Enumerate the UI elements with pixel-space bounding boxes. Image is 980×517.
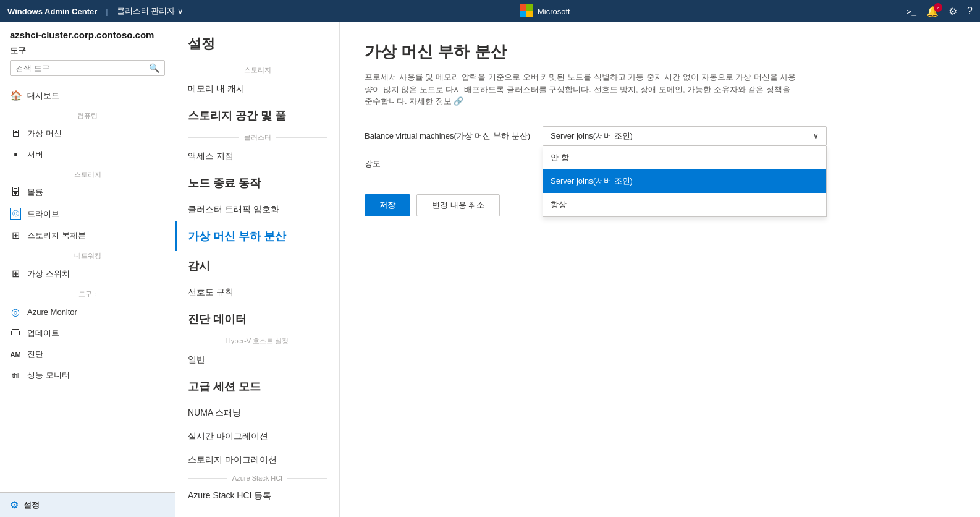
settings-label: 설정 — [23, 500, 40, 511]
settings-numa[interactable]: NUMA 스패닝 — [175, 401, 339, 425]
sidebar-item-label: 업데이트 — [27, 328, 59, 339]
drives-icon: ⓪ — [10, 208, 21, 220]
vm-icon: 🖥 — [10, 128, 21, 139]
sidebar-item-dashboard[interactable]: 🏠 대시보드 — [0, 85, 175, 106]
sidebar-item-vswitch[interactable]: ⊞ 가상 스위치 — [0, 263, 175, 284]
sidebar-item-label: 드라이브 — [27, 208, 59, 220]
chevron-down-icon: ∨ — [177, 7, 184, 16]
settings-memory-cache[interactable]: 메모리 내 캐시 — [175, 77, 339, 101]
perf-monitor-icon: thi — [10, 372, 21, 379]
notifications-icon[interactable]: 🔔 2 — [926, 6, 939, 17]
sidebar-item-label: 볼륨 — [27, 187, 43, 198]
sidebar-item-vm[interactable]: 🖥 가상 머신 — [0, 123, 175, 144]
app-title: Windows Admin Center — [7, 7, 97, 16]
sidebar-item-label: 진단 — [27, 349, 43, 360]
settings-storage-spaces[interactable]: 스토리지 공간 및 풀 — [175, 101, 339, 130]
strength-label: 강도 — [365, 158, 501, 169]
sidebar-item-perf-monitor[interactable]: thi 성능 모니터 — [0, 365, 175, 386]
balance-selected-value: Server joins(서버 조인) — [551, 130, 633, 142]
server-icon: ▪ — [10, 149, 21, 160]
settings-node-shutdown[interactable]: 노드 종료 동작 — [175, 168, 339, 198]
help-icon[interactable]: ? — [967, 6, 973, 17]
sidebar-item-label: 가상 스위치 — [27, 268, 70, 280]
sidebar-item-volumes[interactable]: 🗄 볼륨 — [0, 182, 175, 203]
section-cluster-divider: 클러스터 — [175, 130, 339, 145]
sidebar-item-label: 대시보드 — [27, 90, 59, 101]
cluster-name: azshci-cluster.corp.contoso.com — [10, 30, 165, 40]
vswitch-icon: ⊞ — [10, 268, 21, 280]
sidebar-item-diagnostics[interactable]: AM 진단 — [0, 344, 175, 365]
search-input[interactable] — [15, 64, 145, 73]
topbar-center: Microsoft — [188, 4, 902, 18]
sidebar-item-azure-monitor[interactable]: ◎ Azure Monitor — [0, 301, 175, 323]
balance-dropdown-container: Server joins(서버 조인) ∨ 안 함 Server joins(서… — [543, 126, 827, 146]
settings-general[interactable]: 일반 — [175, 348, 339, 372]
sidebar-settings-bottom[interactable]: ⚙ 설정 — [0, 492, 175, 517]
settings-cluster-traffic[interactable]: 클러스터 트래픽 암호화 — [175, 198, 339, 221]
topbar-icons: >_ 🔔 2 ⚙ ? — [906, 6, 973, 17]
microsoft-logo — [520, 4, 534, 18]
microsoft-label: Microsoft — [538, 7, 570, 16]
section-azure-divider: Azure Stack HCI — [175, 472, 339, 484]
sidebar-item-storage-replica[interactable]: ⊞ 스토리지 복제본 — [0, 224, 175, 246]
settings-panel: 설정 스토리지 메모리 내 캐시 스토리지 공간 및 풀 클러스터 액세스 지점… — [175, 22, 340, 517]
sidebar-item-label: 서버 — [27, 149, 43, 160]
chevron-down-icon: ∨ — [813, 132, 819, 140]
settings-monitoring[interactable]: 감시 — [175, 251, 339, 281]
sidebar: azshci-cluster.corp.contoso.com 도구 🔍 🏠 대… — [0, 22, 175, 517]
settings-title: 설정 — [175, 22, 339, 63]
sidebar-item-server[interactable]: ▪ 서버 — [0, 144, 175, 165]
sidebar-item-label: Azure Monitor — [27, 307, 77, 317]
nav-group-storage: 스토리지 — [0, 165, 175, 182]
dropdown-option-server-joins[interactable]: Server joins(서버 조인) — [543, 169, 826, 193]
settings-enhanced-session[interactable]: 고급 세션 모드 — [175, 372, 339, 401]
dropdown-option-none[interactable]: 안 함 — [543, 146, 826, 169]
nav-group-tools: 도구 : — [0, 284, 175, 301]
more-info-link[interactable]: 🔗 — [454, 96, 463, 106]
settings-live-migration[interactable]: 실시간 마이그레이션 — [175, 425, 339, 448]
balance-form-row: Balance virtual machines(가상 머신 부하 분산) Se… — [365, 126, 955, 146]
azure-monitor-icon: ◎ — [10, 306, 21, 318]
topbar: Windows Admin Center | 클러스터 관리자 ∨ Micros… — [0, 0, 980, 22]
home-icon: 🏠 — [10, 90, 21, 101]
mode-label[interactable]: 클러스터 관리자 ∨ — [117, 6, 184, 17]
section-storage-divider: 스토리지 — [175, 63, 339, 77]
notification-badge: 2 — [934, 3, 942, 12]
sidebar-header: azshci-cluster.corp.contoso.com 도구 🔍 — [0, 22, 175, 85]
nav-group-computing: 컴퓨팅 — [0, 106, 175, 123]
settings-azure-hci[interactable]: Azure Stack HCI 등록 — [175, 484, 339, 508]
volumes-icon: 🗄 — [10, 187, 21, 198]
topbar-divider: | — [106, 7, 108, 16]
balance-dropdown-menu: 안 함 Server joins(서버 조인) 항상 — [543, 146, 827, 217]
sidebar-item-drives[interactable]: ⓪ 드라이브 — [0, 203, 175, 224]
settings-access-point[interactable]: 액세스 지점 — [175, 145, 339, 168]
page-title: 가상 머신 부하 분산 — [365, 41, 955, 62]
search-icon: 🔍 — [149, 63, 159, 73]
nav-group-network: 네트워킹 — [0, 246, 175, 263]
terminal-icon[interactable]: >_ — [906, 7, 916, 16]
balance-dropdown[interactable]: Server joins(서버 조인) ∨ — [543, 126, 827, 146]
save-button[interactable]: 저장 — [365, 194, 410, 216]
sidebar-item-label: 성능 모니터 — [27, 370, 70, 381]
section-hyperv-divider: Hyper-V 호스트 설정 — [175, 334, 339, 348]
page-description: 프로세서 사용률 및 메모리 압력을 기준으로 오버 커밋된 노드를 식별하고 … — [365, 71, 797, 108]
sidebar-item-updates[interactable]: 🖵 업데이트 — [0, 323, 175, 344]
settings-storage-migration[interactable]: 스토리지 마이그레이션 — [175, 448, 339, 472]
tools-label: 도구 — [10, 45, 165, 56]
main-content: 가상 머신 부하 분산 프로세서 사용률 및 메모리 압력을 기준으로 오버 커… — [340, 22, 980, 517]
settings-diagnostics[interactable]: 진단 데이터 — [175, 304, 339, 334]
settings-vm-load-balance[interactable]: 가상 머신 부하 분산 — [175, 221, 339, 251]
sidebar-item-label: 가상 머신 — [27, 128, 62, 139]
search-box[interactable]: 🔍 — [10, 60, 165, 76]
diagnostics-icon: AM — [10, 351, 21, 358]
storage-replica-icon: ⊞ — [10, 229, 21, 241]
dropdown-option-always[interactable]: 항상 — [543, 193, 826, 216]
cancel-button[interactable]: 변경 내용 취소 — [416, 194, 500, 216]
sidebar-nav: 🏠 대시보드 컴퓨팅 🖥 가상 머신 ▪ 서버 스토리지 🗄 볼륨 ⓪ 드라이브… — [0, 85, 175, 517]
settings-affinity[interactable]: 선호도 규칙 — [175, 281, 339, 304]
updates-icon: 🖵 — [10, 328, 21, 339]
settings-gear-icon: ⚙ — [10, 499, 19, 511]
sidebar-item-label: 스토리지 복제본 — [27, 230, 86, 241]
settings-icon[interactable]: ⚙ — [948, 6, 957, 17]
balance-label: Balance virtual machines(가상 머신 부하 분산) — [365, 130, 530, 142]
